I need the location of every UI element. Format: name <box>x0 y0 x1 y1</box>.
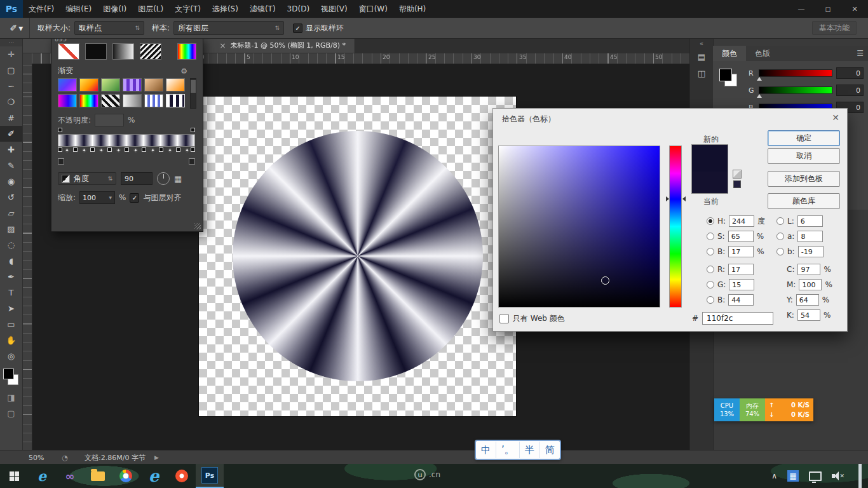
slider-thumb[interactable] <box>757 77 762 81</box>
color-stop[interactable] <box>142 147 146 152</box>
taskbar-360-browser[interactable] <box>168 464 196 488</box>
midpoint-diamond[interactable] <box>150 148 154 152</box>
brightness-input[interactable]: 17 <box>728 246 754 257</box>
show-desktop-button[interactable] <box>858 464 862 488</box>
color-stop[interactable] <box>159 147 163 152</box>
ime-punctuation-indicator[interactable]: ’。 <box>496 442 520 458</box>
gradient-preset-rainbow[interactable] <box>177 43 196 60</box>
toolbar-grip[interactable]: ⋯ <box>0 38 22 46</box>
color-libraries-button[interactable]: 颜色库 <box>768 193 840 209</box>
cyan-input[interactable]: 97 <box>797 264 820 275</box>
lab-l-input[interactable]: 6 <box>797 215 823 227</box>
start-button[interactable] <box>0 464 28 488</box>
right-end-stop[interactable] <box>189 158 195 165</box>
workspace-switcher[interactable]: 基本功能 <box>812 21 857 35</box>
panel-resize-grip[interactable] <box>194 223 201 229</box>
show-sampling-ring-checkbox[interactable]: ✓ <box>293 24 302 33</box>
scale-input[interactable]: 100 ▾ <box>79 191 115 204</box>
lab-l-radio[interactable] <box>776 217 784 225</box>
system-monitor-widget[interactable]: CPU 13% 内存 74% ↑ 0 K/S ↓ 0 K/S <box>714 398 813 421</box>
gradient-swatch[interactable] <box>101 78 120 92</box>
slider-thumb[interactable] <box>757 94 762 98</box>
eyedropper-tool[interactable]: ✐ <box>0 126 22 142</box>
menu-layer[interactable]: 图层(L) <box>132 0 169 18</box>
ok-button[interactable]: 确定 <box>768 130 840 146</box>
gradient-swatch-selected[interactable] <box>166 94 185 107</box>
green-slider[interactable] <box>759 86 832 94</box>
gradient-editor-strip[interactable] <box>58 134 195 147</box>
cancel-button[interactable]: 取消 <box>768 148 840 164</box>
menu-view[interactable]: 视图(V) <box>315 0 353 18</box>
taskbar-edge[interactable]: e <box>28 464 56 488</box>
midpoint-diamond[interactable] <box>184 148 189 152</box>
minimize-button[interactable]: — <box>788 0 815 18</box>
red-slider[interactable] <box>759 69 832 77</box>
menu-select[interactable]: 选择(S) <box>207 0 244 18</box>
hue-slider-thumb[interactable] <box>666 196 686 202</box>
lasso-tool[interactable]: ∽ <box>0 78 22 94</box>
type-tool[interactable]: T <box>0 285 22 301</box>
zoom-tool[interactable]: ◎ <box>0 348 22 364</box>
gradient-method-icon[interactable]: ▦ <box>174 174 182 184</box>
panel-icon-styles[interactable]: ◫ <box>690 65 713 81</box>
green-radio[interactable] <box>707 281 714 288</box>
align-with-layer-checkbox[interactable]: ✓ <box>130 193 139 203</box>
blur-tool[interactable]: ◌ <box>0 237 22 253</box>
midpoint-diamond[interactable] <box>116 148 120 152</box>
lab-b-radio[interactable] <box>776 248 784 255</box>
current-tool-button[interactable]: ✐ ▾ <box>4 18 30 38</box>
gamut-color-swatch[interactable] <box>733 180 741 188</box>
ime-width-indicator[interactable]: 半 <box>520 442 540 458</box>
saturation-radio[interactable] <box>707 233 714 240</box>
panel-icon-adjustments[interactable]: ▤ <box>690 48 713 65</box>
color-stop[interactable] <box>73 147 78 152</box>
lab-a-radio[interactable] <box>776 233 784 240</box>
pen-tool[interactable]: ✒ <box>0 269 22 285</box>
gradient-grid-scrollbar[interactable] <box>190 78 196 109</box>
green-value[interactable]: 0 <box>836 85 864 96</box>
ime-status-bar[interactable]: 中 ’。 半 简 <box>475 440 561 460</box>
color-stop[interactable] <box>90 147 95 152</box>
hex-input[interactable]: 110f2c <box>702 312 773 325</box>
hand-tool[interactable]: ✋ <box>0 332 22 348</box>
color-stops-track[interactable] <box>58 147 195 155</box>
saturation-input[interactable]: 65 <box>728 231 754 242</box>
quick-mask-icon[interactable]: ◨ <box>0 390 22 405</box>
red-value[interactable]: 0 <box>836 67 864 79</box>
crop-tool[interactable]: # <box>0 110 22 126</box>
menu-edit[interactable]: 编辑(E) <box>60 0 97 18</box>
gradient-swatch[interactable] <box>123 94 142 107</box>
dodge-tool[interactable]: ◖ <box>0 253 22 269</box>
magenta-input[interactable]: 100 <box>799 279 822 290</box>
expand-dock-icon[interactable]: « <box>690 38 713 48</box>
opacity-stop[interactable] <box>58 128 62 132</box>
gradient-swatch[interactable] <box>101 94 120 107</box>
tray-expand-icon[interactable]: ∧ <box>771 471 777 480</box>
menu-help[interactable]: 帮助(H) <box>393 0 431 18</box>
brush-tool[interactable]: ✎ <box>0 158 22 173</box>
brightness-radio[interactable] <box>707 248 714 255</box>
angle-style-select[interactable]: 角度 ⇅ <box>58 172 116 185</box>
menu-file[interactable]: 文件(F) <box>23 0 60 18</box>
opacity-stop[interactable] <box>191 128 195 132</box>
shape-tool[interactable]: ▭ <box>0 316 22 332</box>
gradient-preset-transparent[interactable] <box>58 43 79 60</box>
gradient-swatch[interactable] <box>58 78 77 92</box>
menu-window[interactable]: 窗口(W) <box>353 0 393 18</box>
cone-gradient-ellipse[interactable] <box>233 131 483 381</box>
color-stop[interactable] <box>176 147 180 152</box>
hue-radio[interactable] <box>707 217 714 225</box>
green-input[interactable]: 15 <box>729 279 754 290</box>
tab-close-icon[interactable]: × <box>220 41 226 50</box>
menu-filter[interactable]: 滤镜(T) <box>244 0 281 18</box>
panel-menu-icon[interactable]: ☰ <box>857 49 864 58</box>
menu-type[interactable]: 文字(T) <box>169 0 207 18</box>
gradient-swatch[interactable] <box>58 94 77 107</box>
ime-mode-indicator[interactable]: 中 <box>476 442 496 458</box>
angle-dial[interactable] <box>157 172 170 185</box>
black-input[interactable]: 54 <box>797 309 820 321</box>
midpoint-diamond[interactable] <box>167 148 172 152</box>
gradient-preset-black[interactable] <box>85 43 107 60</box>
gradient-preset-stripes[interactable] <box>140 43 161 60</box>
gradient-swatch[interactable] <box>144 78 163 92</box>
